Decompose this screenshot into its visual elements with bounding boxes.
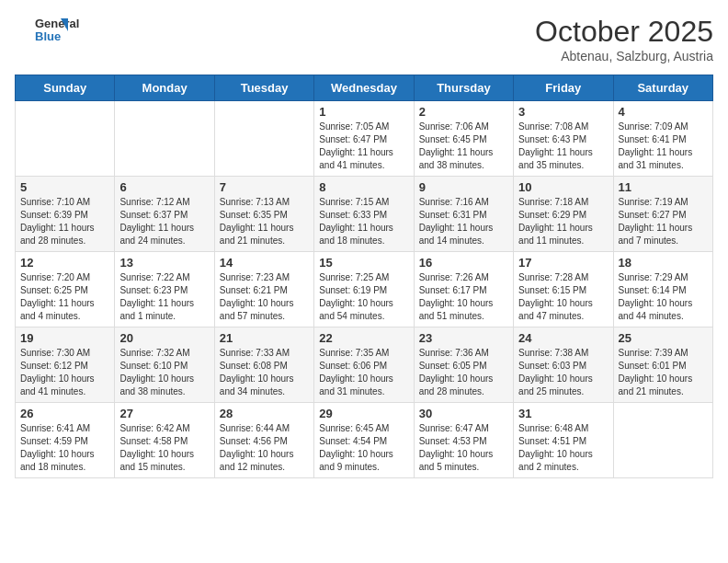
calendar-cell: 7Sunrise: 7:13 AM Sunset: 6:35 PM Daylig… xyxy=(214,177,313,252)
calendar-cell: 10Sunrise: 7:18 AM Sunset: 6:29 PM Dayli… xyxy=(514,177,613,252)
calendar-cell: 20Sunrise: 7:32 AM Sunset: 6:10 PM Dayli… xyxy=(115,327,214,403)
calendar-cell: 13Sunrise: 7:22 AM Sunset: 6:23 PM Dayli… xyxy=(115,252,214,327)
day-info: Sunrise: 7:26 AM Sunset: 6:17 PM Dayligh… xyxy=(419,271,508,323)
day-number: 20 xyxy=(119,331,209,345)
day-number: 15 xyxy=(319,256,408,270)
calendar-cell: 23Sunrise: 7:36 AM Sunset: 6:05 PM Dayli… xyxy=(414,327,513,403)
calendar-cell: 16Sunrise: 7:26 AM Sunset: 6:17 PM Dayli… xyxy=(414,252,513,327)
day-number: 12 xyxy=(20,256,109,270)
day-number: 30 xyxy=(419,407,508,420)
location: Abtenau, Salzburg, Austria xyxy=(535,49,713,63)
day-info: Sunrise: 7:19 AM Sunset: 6:27 PM Dayligh… xyxy=(619,196,708,247)
calendar-cell: 17Sunrise: 7:28 AM Sunset: 6:15 PM Dayli… xyxy=(514,252,613,327)
day-info: Sunrise: 7:18 AM Sunset: 6:29 PM Dayligh… xyxy=(518,196,608,247)
day-info: Sunrise: 7:08 AM Sunset: 6:43 PM Dayligh… xyxy=(518,121,608,172)
day-number: 23 xyxy=(419,331,508,345)
calendar-cell: 22Sunrise: 7:35 AM Sunset: 6:06 PM Dayli… xyxy=(314,327,414,403)
weekday-header-thursday: Thursday xyxy=(414,75,513,101)
day-number: 3 xyxy=(518,105,608,119)
day-info: Sunrise: 7:33 AM Sunset: 6:08 PM Dayligh… xyxy=(220,347,309,398)
calendar-cell: 28Sunrise: 6:44 AM Sunset: 4:56 PM Dayli… xyxy=(214,403,313,478)
calendar-cell xyxy=(16,101,115,177)
day-info: Sunrise: 7:12 AM Sunset: 6:37 PM Dayligh… xyxy=(119,196,209,247)
day-info: Sunrise: 7:23 AM Sunset: 6:21 PM Dayligh… xyxy=(220,271,309,323)
day-number: 1 xyxy=(319,105,408,119)
day-info: Sunrise: 6:48 AM Sunset: 4:51 PM Dayligh… xyxy=(518,422,608,474)
calendar-cell: 25Sunrise: 7:39 AM Sunset: 6:01 PM Dayli… xyxy=(613,327,712,403)
day-number: 6 xyxy=(119,180,209,194)
calendar-cell: 4Sunrise: 7:09 AM Sunset: 6:41 PM Daylig… xyxy=(613,101,712,177)
day-number: 2 xyxy=(419,105,508,119)
day-info: Sunrise: 7:36 AM Sunset: 6:05 PM Dayligh… xyxy=(419,347,508,398)
day-number: 31 xyxy=(518,407,608,420)
day-number: 27 xyxy=(119,407,209,420)
day-info: Sunrise: 7:06 AM Sunset: 6:45 PM Dayligh… xyxy=(419,121,508,172)
weekday-header-tuesday: Tuesday xyxy=(214,75,313,101)
day-info: Sunrise: 7:28 AM Sunset: 6:15 PM Dayligh… xyxy=(518,271,608,323)
week-row-4: 19Sunrise: 7:30 AM Sunset: 6:12 PM Dayli… xyxy=(16,327,713,403)
calendar-cell: 31Sunrise: 6:48 AM Sunset: 4:51 PM Dayli… xyxy=(514,403,613,478)
day-info: Sunrise: 7:29 AM Sunset: 6:14 PM Dayligh… xyxy=(619,271,708,323)
day-number: 4 xyxy=(619,105,708,119)
day-info: Sunrise: 6:42 AM Sunset: 4:58 PM Dayligh… xyxy=(119,422,209,474)
logo: General Blue xyxy=(15,15,88,48)
day-info: Sunrise: 7:16 AM Sunset: 6:31 PM Dayligh… xyxy=(419,196,508,247)
calendar-cell: 30Sunrise: 6:47 AM Sunset: 4:53 PM Dayli… xyxy=(414,403,513,478)
day-info: Sunrise: 7:38 AM Sunset: 6:03 PM Dayligh… xyxy=(518,347,608,398)
day-number: 16 xyxy=(419,256,508,270)
week-row-3: 12Sunrise: 7:20 AM Sunset: 6:25 PM Dayli… xyxy=(16,252,713,327)
calendar-cell: 19Sunrise: 7:30 AM Sunset: 6:12 PM Dayli… xyxy=(16,327,115,403)
day-info: Sunrise: 7:22 AM Sunset: 6:23 PM Dayligh… xyxy=(119,271,209,323)
day-number: 14 xyxy=(220,256,309,270)
calendar-cell: 2Sunrise: 7:06 AM Sunset: 6:45 PM Daylig… xyxy=(414,101,513,177)
calendar-cell: 26Sunrise: 6:41 AM Sunset: 4:59 PM Dayli… xyxy=(16,403,115,478)
day-info: Sunrise: 7:05 AM Sunset: 6:47 PM Dayligh… xyxy=(319,121,408,172)
logo-icon: General Blue xyxy=(15,15,88,48)
calendar-cell xyxy=(613,403,712,478)
day-number: 24 xyxy=(518,331,608,345)
day-number: 8 xyxy=(319,180,408,194)
weekday-header-sunday: Sunday xyxy=(16,75,115,101)
month-title: October 2025 xyxy=(535,15,713,49)
calendar-cell: 11Sunrise: 7:19 AM Sunset: 6:27 PM Dayli… xyxy=(613,177,712,252)
day-info: Sunrise: 6:41 AM Sunset: 4:59 PM Dayligh… xyxy=(20,422,109,474)
day-info: Sunrise: 7:32 AM Sunset: 6:10 PM Dayligh… xyxy=(119,347,209,398)
day-info: Sunrise: 7:25 AM Sunset: 6:19 PM Dayligh… xyxy=(319,271,408,323)
day-number: 5 xyxy=(20,180,109,194)
day-number: 9 xyxy=(419,180,508,194)
week-row-1: 1Sunrise: 7:05 AM Sunset: 6:47 PM Daylig… xyxy=(16,101,713,177)
day-info: Sunrise: 6:44 AM Sunset: 4:56 PM Dayligh… xyxy=(220,422,309,474)
day-number: 26 xyxy=(20,407,109,420)
calendar-cell: 3Sunrise: 7:08 AM Sunset: 6:43 PM Daylig… xyxy=(514,101,613,177)
day-info: Sunrise: 7:30 AM Sunset: 6:12 PM Dayligh… xyxy=(20,347,109,398)
day-number: 19 xyxy=(20,331,109,345)
svg-text:General: General xyxy=(35,17,79,30)
day-number: 22 xyxy=(319,331,408,345)
calendar-cell: 14Sunrise: 7:23 AM Sunset: 6:21 PM Dayli… xyxy=(214,252,313,327)
calendar-cell: 6Sunrise: 7:12 AM Sunset: 6:37 PM Daylig… xyxy=(115,177,214,252)
calendar-cell: 24Sunrise: 7:38 AM Sunset: 6:03 PM Dayli… xyxy=(514,327,613,403)
day-info: Sunrise: 7:09 AM Sunset: 6:41 PM Dayligh… xyxy=(619,121,708,172)
week-row-5: 26Sunrise: 6:41 AM Sunset: 4:59 PM Dayli… xyxy=(16,403,713,478)
day-number: 28 xyxy=(220,407,309,420)
calendar-cell: 8Sunrise: 7:15 AM Sunset: 6:33 PM Daylig… xyxy=(314,177,414,252)
calendar-cell: 15Sunrise: 7:25 AM Sunset: 6:19 PM Dayli… xyxy=(314,252,414,327)
calendar-cell: 5Sunrise: 7:10 AM Sunset: 6:39 PM Daylig… xyxy=(16,177,115,252)
day-info: Sunrise: 6:45 AM Sunset: 4:54 PM Dayligh… xyxy=(319,422,408,474)
day-number: 18 xyxy=(619,256,708,270)
weekday-header-friday: Friday xyxy=(514,75,613,101)
weekday-header-row: SundayMondayTuesdayWednesdayThursdayFrid… xyxy=(16,75,713,101)
weekday-header-monday: Monday xyxy=(115,75,214,101)
calendar-cell xyxy=(115,101,214,177)
calendar-cell: 29Sunrise: 6:45 AM Sunset: 4:54 PM Dayli… xyxy=(314,403,414,478)
day-number: 17 xyxy=(518,256,608,270)
calendar-cell: 18Sunrise: 7:29 AM Sunset: 6:14 PM Dayli… xyxy=(613,252,712,327)
calendar-cell: 9Sunrise: 7:16 AM Sunset: 6:31 PM Daylig… xyxy=(414,177,513,252)
day-info: Sunrise: 7:10 AM Sunset: 6:39 PM Dayligh… xyxy=(20,196,109,247)
calendar-cell: 27Sunrise: 6:42 AM Sunset: 4:58 PM Dayli… xyxy=(115,403,214,478)
calendar-cell: 21Sunrise: 7:33 AM Sunset: 6:08 PM Dayli… xyxy=(214,327,313,403)
day-number: 11 xyxy=(619,180,708,194)
calendar-cell xyxy=(214,101,313,177)
day-number: 10 xyxy=(518,180,608,194)
page-header: General Blue October 2025 Abtenau, Salzb… xyxy=(15,15,713,63)
